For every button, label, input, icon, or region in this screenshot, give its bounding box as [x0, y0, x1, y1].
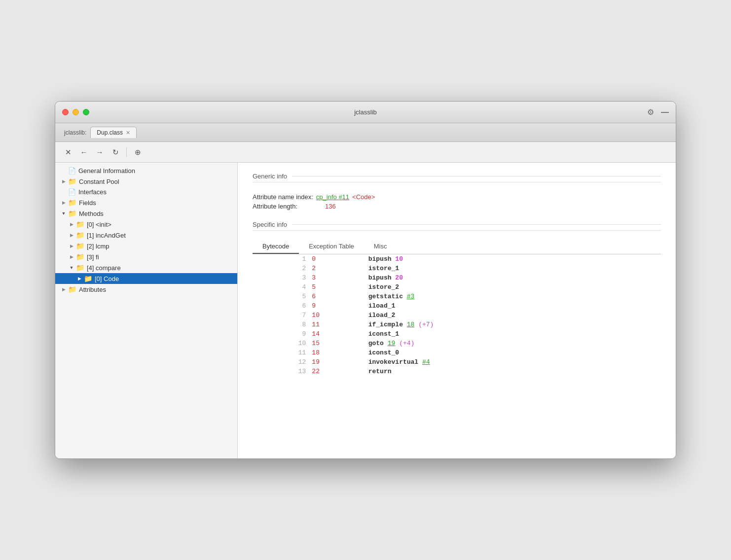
sidebar-item-fields[interactable]: ▶ 📁 Fields	[55, 197, 237, 208]
specific-info-header: Specific info	[253, 221, 661, 231]
label-method-1: [1] incAndGet	[87, 232, 126, 239]
globe-button[interactable]: ⊕	[131, 145, 145, 159]
line-number: 2	[253, 264, 309, 273]
folder-icon-method-2: 📁	[76, 242, 84, 250]
line-number: 8	[253, 320, 309, 329]
offset: 19	[309, 357, 365, 367]
arrow-general-info	[60, 168, 67, 175]
arrow-methods: ▼	[60, 210, 67, 217]
bytecode-row: 811if_icmple 18 (+7)	[253, 320, 661, 329]
instr-name: iload_1	[368, 302, 396, 310]
generic-info-header: Generic info	[253, 173, 661, 182]
label-method-4-code: [0] Code	[95, 275, 119, 282]
sidebar-item-attributes[interactable]: ▶ 📁 Attributes	[55, 284, 237, 295]
close-button[interactable]	[62, 109, 69, 115]
maximize-button[interactable]	[83, 109, 89, 115]
operand-link[interactable]: #4	[422, 358, 430, 366]
toolbar-divider	[126, 147, 127, 157]
back-button[interactable]: ←	[77, 145, 91, 159]
refresh-button[interactable]: ↻	[109, 145, 122, 159]
instruction: iload_1	[366, 301, 661, 311]
content-area: Generic info Attribute name index: cp_in…	[238, 163, 676, 458]
bytecode-row: 33bipush 20	[253, 273, 661, 282]
line-number: 7	[253, 311, 309, 320]
sidebar-item-method-1[interactable]: ▶ 📁 [1] incAndGet	[55, 230, 237, 241]
folder-icon-attributes: 📁	[68, 285, 76, 293]
generic-info-line	[292, 176, 661, 176]
tab-bytecode[interactable]: Bytecode	[253, 240, 299, 254]
label-method-3: [3] fi	[87, 253, 99, 261]
tab-misc[interactable]: Misc	[364, 240, 397, 254]
arrow-method-1: ▶	[68, 232, 75, 239]
arrow-fields: ▶	[60, 199, 67, 206]
bytecode-row: 22istore_1	[253, 264, 661, 273]
label-method-2: [2] lcmp	[87, 243, 110, 250]
line-number: 11	[253, 348, 309, 357]
instruction: getstatic #3	[366, 292, 661, 301]
attr-length-row: Attribute length: 136	[253, 203, 661, 210]
instr-name: getstatic	[368, 293, 403, 300]
sidebar-item-methods[interactable]: ▼ 📁 Methods	[55, 208, 237, 219]
instr-name: goto	[368, 340, 384, 347]
main-layout: 📄 General Information ▶ 📁 Constant Pool …	[55, 163, 676, 458]
bytecode-row: 1219invokevirtual #4	[253, 357, 661, 367]
operand-link[interactable]: 19	[388, 340, 396, 347]
arrow-method-3: ▶	[68, 253, 75, 260]
offset: 2	[309, 264, 365, 273]
label-method-4: [4] compare	[87, 264, 121, 272]
line-number: 10	[253, 339, 309, 348]
file-tab[interactable]: Dup.class ✕	[90, 127, 137, 138]
arrow-interfaces	[60, 189, 67, 196]
instruction: if_icmple 18 (+7)	[366, 320, 661, 329]
attr-length-value: 136	[325, 203, 336, 210]
attr-name-index-link[interactable]: cp_info #11	[316, 193, 349, 201]
instr-name: istore_1	[368, 265, 399, 272]
offset: 9	[309, 301, 365, 311]
sidebar-item-method-2[interactable]: ▶ 📁 [2] lcmp	[55, 241, 237, 251]
file-icon-general-info: 📄	[68, 167, 76, 175]
settings-button[interactable]: ⚙	[647, 107, 654, 117]
attr-length-label: Attribute length:	[253, 203, 297, 210]
instr-name: istore_2	[368, 283, 399, 291]
tabbar: jclasslib: Dup.class ✕	[55, 123, 676, 142]
line-number: 12	[253, 357, 309, 367]
operand-link[interactable]: 18	[407, 321, 415, 328]
operand-link[interactable]: #3	[407, 293, 415, 300]
label-attributes: Attributes	[79, 286, 106, 293]
offset: 14	[309, 329, 365, 339]
sidebar-item-constant-pool[interactable]: ▶ 📁 Constant Pool	[55, 176, 237, 187]
operand-offset: (+7)	[414, 321, 434, 328]
attr-name-index-row: Attribute name index: cp_info #11 <Code>	[253, 193, 661, 201]
sidebar-item-interfaces[interactable]: 📄 Interfaces	[55, 187, 237, 197]
arrow-method-4: ▼	[68, 264, 75, 271]
arrow-attributes: ▶	[60, 286, 67, 293]
label-fields: Fields	[79, 199, 96, 207]
line-number: 5	[253, 292, 309, 301]
folder-icon-constant-pool: 📁	[68, 177, 76, 185]
label-general-info: General Information	[78, 167, 135, 175]
toolbar: ✕ ← → ↻ ⊕	[55, 142, 676, 163]
folder-icon-method-4: 📁	[76, 264, 84, 272]
instruction: istore_2	[366, 282, 661, 292]
sidebar-item-method-3[interactable]: ▶ 📁 [3] fi	[55, 251, 237, 262]
tab-close-icon[interactable]: ✕	[126, 130, 130, 136]
offset: 11	[309, 320, 365, 329]
sidebar-item-method-4-code[interactable]: ▶ 📁 [0] Code	[55, 273, 237, 284]
titlebar: jclasslib ⚙ —	[55, 102, 676, 123]
bytecode-table: 10bipush 1022istore_133bipush 2045istore…	[253, 254, 661, 376]
folder-icon-fields: 📁	[68, 199, 76, 207]
sidebar-item-method-4[interactable]: ▼ 📁 [4] compare	[55, 262, 237, 273]
offset: 3	[309, 273, 365, 282]
line-number: 13	[253, 367, 309, 376]
minimize-button[interactable]	[73, 109, 79, 115]
sidebar-item-method-0[interactable]: ▶ 📁 [0] <init>	[55, 219, 237, 230]
instr-name: if_icmple	[368, 321, 403, 328]
sidebar-item-general-info[interactable]: 📄 General Information	[55, 166, 237, 176]
tab-exception-table[interactable]: Exception Table	[299, 240, 364, 254]
collapse-button[interactable]: —	[661, 108, 669, 117]
arrow-method-0: ▶	[68, 221, 75, 228]
close-toolbar-button[interactable]: ✕	[61, 145, 75, 159]
line-number: 9	[253, 329, 309, 339]
forward-button[interactable]: →	[93, 145, 107, 159]
generic-info-label: Generic info	[253, 173, 287, 180]
